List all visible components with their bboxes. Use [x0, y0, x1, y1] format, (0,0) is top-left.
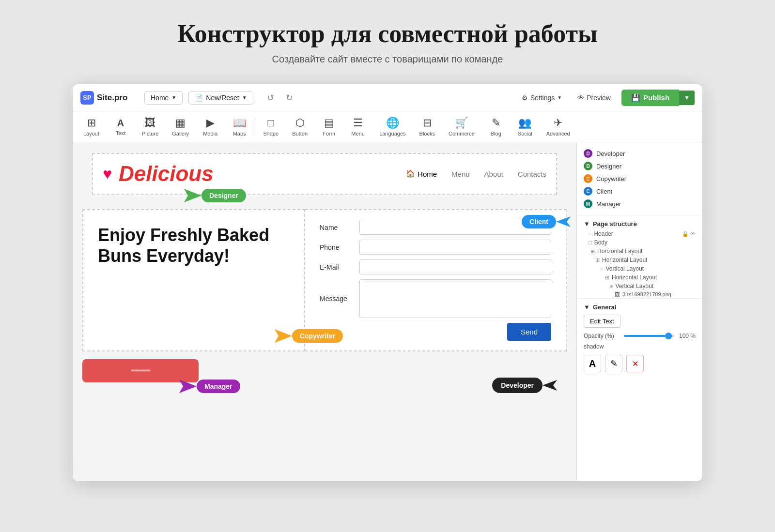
tree-hlayout-2[interactable]: ⊞ Horizontal Layout — [577, 256, 702, 264]
avatar-designer: D — [584, 162, 592, 170]
tree-body[interactable]: □ Body — [577, 238, 702, 247]
new-reset-dropdown[interactable]: 📄 New/Reset ▼ — [188, 91, 253, 105]
font-row: A ✎ ✕ — [584, 355, 696, 372]
tree-hlayout-2-label: Horizontal Layout — [602, 257, 647, 263]
edit-text-button[interactable]: Edit Text — [584, 315, 620, 328]
avatar-manager: M — [584, 199, 592, 208]
toolbar-button[interactable]: ⬡ Button — [285, 114, 314, 139]
header-icon: ≡ — [589, 231, 591, 237]
form-textarea-message[interactable] — [359, 279, 551, 318]
toolbar-maps[interactable]: 📖 Maps — [225, 114, 254, 139]
red-bar: ━━━ — [82, 359, 199, 382]
user-manager[interactable]: M Manager — [584, 198, 696, 210]
toolbar-languages-label: Languages — [379, 131, 405, 137]
user-designer[interactable]: D Designer — [584, 160, 696, 172]
toolbar-languages[interactable]: 🌐 Languages — [372, 114, 412, 139]
toolbar-media[interactable]: ▶ Media — [196, 114, 225, 139]
publish-dropdown-arrow[interactable]: ▼ — [679, 91, 695, 105]
toolbar-layout-label: Layout — [83, 131, 99, 137]
hlayout-icon-3: ⊞ — [605, 274, 609, 281]
toolbar-menu[interactable]: ☰ Menu — [343, 114, 372, 139]
header-icons: 🔒 👁 — [682, 231, 696, 237]
nav-about[interactable]: About — [484, 170, 503, 178]
preview-button[interactable]: 👁 Preview — [573, 91, 616, 105]
developer-tag: Developer — [492, 378, 542, 393]
nav-home[interactable]: 🏠 Home — [406, 169, 437, 178]
image-icon: 🖼 — [615, 291, 620, 297]
logo-icon: SP — [80, 91, 94, 105]
publish-button[interactable]: 💾 Publish — [621, 90, 679, 106]
opacity-slider[interactable] — [624, 335, 674, 337]
home-dropdown[interactable]: Home ▼ — [144, 91, 183, 105]
blocks-icon: ⊟ — [423, 117, 432, 129]
user-client[interactable]: C Client — [584, 185, 696, 198]
user-manager-label: Manager — [596, 200, 621, 208]
logo-text: Site.pro — [97, 93, 127, 103]
toolbar-text[interactable]: A Text — [106, 115, 135, 139]
page-structure-header[interactable]: ▼ Page structure — [577, 215, 702, 229]
tree-hlayout-1[interactable]: ⊞ Horizontal Layout — [577, 247, 702, 256]
general-label: General — [593, 304, 616, 311]
right-sidebar: D Developer D Designer C Copywriter C Cl… — [576, 142, 702, 481]
toolbar-advanced[interactable]: ✈ Advanced — [540, 114, 577, 139]
blog-icon: ✎ — [492, 117, 500, 129]
send-button[interactable]: Send — [507, 323, 551, 341]
tree-vlayout-1[interactable]: ≡ Vertical Layout — [577, 264, 702, 273]
undo-button[interactable]: ↺ — [263, 91, 278, 105]
vlayout-icon-1: ≡ — [600, 266, 603, 272]
toolbar-social[interactable]: 👥 Social — [511, 114, 540, 139]
toolbar-blocks[interactable]: ⊟ Blocks — [413, 114, 442, 139]
shadow-row: shadow — [584, 343, 696, 350]
users-dropdown: D Developer D Designer C Copywriter C Cl… — [577, 142, 702, 215]
toolbar-commerce[interactable]: 🛒 Commerce — [442, 114, 481, 139]
page-structure-label: Page structure — [593, 220, 637, 228]
toolbar-layout[interactable]: ⊞ Layout — [77, 114, 106, 139]
svg-marker-4 — [542, 380, 557, 391]
font-edit-button[interactable]: ✎ — [605, 355, 622, 372]
opacity-label: Opacity (%) — [584, 333, 620, 339]
toolbar-blog[interactable]: ✎ Blog — [481, 114, 511, 139]
copywriter-arrow — [275, 329, 292, 343]
toolbar-gallery-label: Gallery — [172, 131, 189, 137]
toolbar-picture[interactable]: 🖼 Picture — [135, 114, 165, 139]
brand-name: Delicious — [119, 162, 214, 186]
form-input-phone[interactable] — [359, 240, 551, 255]
designer-tag: Designer — [202, 189, 246, 202]
general-header[interactable]: ▼ General — [584, 304, 696, 315]
toolbar-form[interactable]: ▤ Form — [314, 114, 343, 139]
toolbar-advanced-label: Advanced — [546, 131, 570, 137]
opacity-row: Opacity (%) 100 % — [584, 333, 696, 339]
opacity-thumb[interactable] — [665, 333, 672, 339]
toolbar-shape[interactable]: □ Shape — [256, 114, 285, 139]
toolbar-text-label: Text — [116, 130, 125, 136]
form-row-email: E-Mail — [320, 259, 551, 274]
toolbar-gallery[interactable]: ▦ Gallery — [165, 114, 196, 139]
tree-vlayout-2[interactable]: ≡ Vertical Layout — [577, 282, 702, 290]
chevron-down-icon: ▼ — [242, 95, 247, 100]
picture-icon: 🖼 — [145, 117, 155, 129]
topbar: SP Site.pro Home ▼ 📄 New/Reset ▼ ↺ ↻ ⚙ S… — [73, 84, 702, 111]
page-heading: Конструктор для совместной работы — [177, 19, 597, 48]
nav-menu[interactable]: Menu — [451, 170, 470, 178]
gallery-icon: ▦ — [175, 117, 186, 129]
font-delete-button[interactable]: ✕ — [626, 355, 644, 372]
nav-area: 🏠 Home Menu About Contacts — [406, 169, 546, 178]
toolbar-picture-label: Picture — [142, 131, 158, 137]
opacity-value: 100 % — [678, 333, 696, 339]
svg-marker-0 — [184, 189, 202, 202]
form-label-message: Message — [320, 295, 354, 303]
tree-hlayout-3[interactable]: ⊞ Horizontal Layout — [577, 273, 702, 282]
form-input-email[interactable] — [359, 259, 551, 274]
tree-header[interactable]: ≡ Header 🔒 👁 — [577, 229, 702, 238]
svg-marker-1 — [275, 329, 292, 343]
settings-button[interactable]: ⚙ Settings ▼ — [517, 91, 567, 105]
nav-contacts[interactable]: Contacts — [518, 170, 546, 178]
redo-button[interactable]: ↻ — [282, 91, 297, 105]
user-developer[interactable]: D Developer — [584, 147, 696, 160]
font-a-button[interactable]: A — [584, 355, 601, 372]
avatar-client: C — [584, 187, 592, 196]
toolbar-shape-label: Shape — [263, 131, 279, 137]
user-copywriter[interactable]: C Copywriter — [584, 172, 696, 185]
toolbar-social-label: Social — [518, 131, 532, 137]
hlayout-icon-2: ⊞ — [595, 257, 600, 263]
